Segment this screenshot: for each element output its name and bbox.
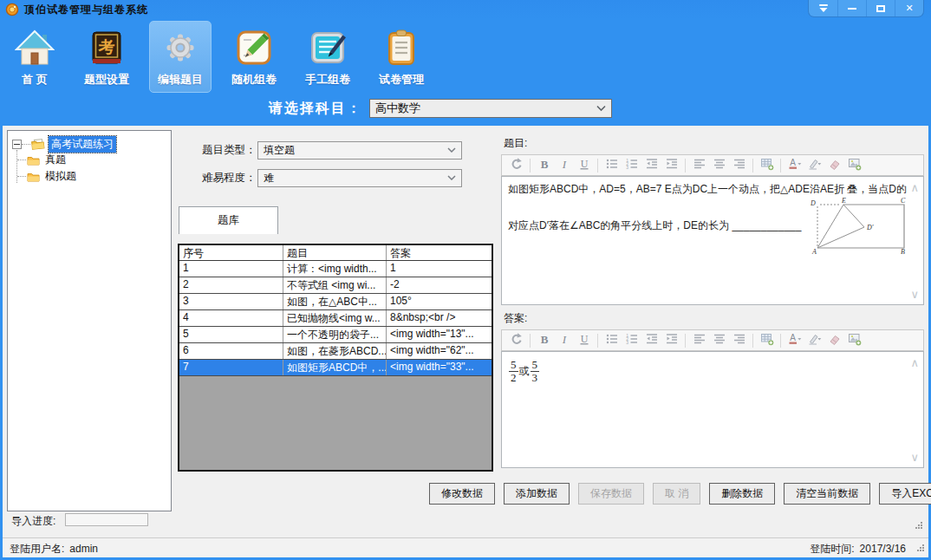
undo-button[interactable]	[506, 332, 526, 349]
add-button[interactable]: 添加数据	[504, 483, 570, 505]
table-row[interactable]: 4已知抛物线<img w...8&nbsp;<br />	[179, 310, 492, 327]
underline-button[interactable]: U	[574, 157, 594, 174]
undo-button[interactable]	[506, 157, 526, 174]
cell-question: 不等式组 <img wi...	[283, 277, 387, 293]
toolbar-item-manual-paper[interactable]: 手工组卷	[296, 21, 359, 93]
close-button[interactable]: ✕	[895, 0, 923, 16]
tree-root-label: 高考试题练习	[49, 136, 116, 153]
scroll-down-icon[interactable]: ∨	[910, 289, 919, 300]
resize-grip[interactable]	[915, 518, 923, 533]
toolbar-separator	[597, 159, 598, 173]
chevron-down-icon	[447, 175, 456, 180]
indent-button[interactable]	[661, 157, 681, 174]
bold-icon: B	[537, 157, 551, 174]
collapse-button[interactable]	[809, 0, 837, 16]
import-excel-button[interactable]: 导入EXCEL	[879, 483, 931, 505]
highlight-button[interactable]	[804, 332, 824, 349]
align-right-button[interactable]	[729, 332, 749, 349]
tree-item-1[interactable]: 真题	[8, 152, 171, 168]
ol-button[interactable]: 123	[622, 157, 641, 174]
align-right-button[interactable]	[729, 157, 749, 174]
maximize-button[interactable]	[866, 0, 895, 16]
ul-button[interactable]	[602, 332, 622, 349]
highlight-button[interactable]	[804, 157, 824, 174]
eraser-button[interactable]	[824, 157, 844, 174]
answer-editor[interactable]: 52 或 53 ∧ ∨	[501, 351, 924, 468]
table-body: 1计算：<img width...12不等式组 <img wi...-23如图，…	[179, 261, 492, 376]
toolbar-item-paper-manage[interactable]: 试卷管理	[370, 21, 433, 93]
eraser-icon	[828, 157, 842, 174]
clear-button[interactable]: 清空当前数据	[784, 483, 870, 505]
scroll-down-icon[interactable]: ∨	[910, 452, 919, 463]
image-button[interactable]	[844, 157, 864, 174]
delete-button[interactable]: 删除数据	[709, 483, 775, 505]
tab-question-bank[interactable]: 题库	[179, 206, 278, 234]
question-editor[interactable]: 如图矩形ABCD中，AD=5，AB=7 E点为DC上一个动点，把△ADE沿AE折…	[501, 176, 924, 305]
toolbar-separator	[530, 159, 531, 173]
italic-button[interactable]: I	[554, 332, 574, 349]
status-time-value: 2017/3/16	[860, 543, 906, 555]
table-empty-area	[179, 376, 492, 470]
toolbar-item-random-paper[interactable]: 随机组卷	[223, 21, 285, 93]
outdent-button[interactable]	[641, 157, 661, 174]
svg-text:A: A	[790, 333, 796, 342]
font-color-button[interactable]: A	[785, 332, 804, 349]
question-figure: D E C D′ A B	[807, 198, 909, 255]
cell-no: 3	[179, 294, 283, 309]
cell-no: 2	[179, 277, 283, 293]
align-center-button[interactable]	[709, 332, 729, 349]
scroll-up-icon[interactable]: ∧	[910, 182, 919, 193]
scroll-up-icon[interactable]: ∧	[910, 357, 919, 368]
cell-question: 如图，在△ABC中...	[283, 294, 387, 309]
difficulty-select[interactable]: 难	[257, 169, 462, 187]
table-button[interactable]	[757, 157, 777, 174]
bold-button[interactable]: B	[534, 332, 554, 349]
table-row[interactable]: 1计算：<img width...1	[179, 261, 492, 277]
ul-button[interactable]	[602, 157, 622, 174]
align-left-button[interactable]	[689, 157, 709, 174]
toolbar-item-question-type[interactable]: 考题型设置	[75, 21, 138, 93]
cell-question: 计算：<img width...	[283, 261, 387, 277]
tree-item-2[interactable]: 模拟题	[8, 168, 171, 185]
table-row[interactable]: 3如图，在△ABC中...105°	[179, 294, 492, 310]
highlight-icon	[808, 332, 822, 349]
svg-text:I: I	[561, 332, 566, 345]
table-row[interactable]: 5一个不透明的袋子...<img width="13"...	[179, 327, 492, 343]
table-icon	[760, 157, 774, 174]
minimize-button[interactable]	[837, 0, 866, 16]
align-left-button[interactable]	[689, 332, 709, 349]
italic-icon: I	[557, 157, 571, 174]
image-button[interactable]	[844, 332, 864, 349]
cell-answer: -2	[387, 277, 492, 293]
toolbar-separator	[685, 159, 686, 173]
tree-root-item[interactable]: 高考试题练习	[8, 136, 171, 152]
subject-select[interactable]: 高中数学	[369, 99, 612, 118]
header-cell: 题目	[283, 245, 387, 260]
table-row[interactable]: 2不等式组 <img wi...-2	[179, 277, 492, 294]
bold-button[interactable]: B	[534, 157, 554, 174]
category-tree: 高考试题练习 真题模拟题	[7, 130, 172, 511]
font-color-button[interactable]: A	[785, 157, 804, 174]
question-type-select[interactable]: 填空题	[257, 141, 462, 160]
align-right-icon	[732, 157, 746, 174]
resize-grip[interactable]	[916, 543, 925, 555]
underline-button[interactable]: U	[574, 332, 594, 349]
align-center-button[interactable]	[709, 157, 729, 174]
outdent-button[interactable]	[641, 332, 661, 349]
table-row[interactable]: 7如图矩形ABCD中，...<img width="33"...	[179, 360, 492, 376]
open-folder-icon	[31, 138, 46, 150]
table-button[interactable]	[757, 332, 777, 349]
cell-no: 4	[179, 310, 283, 326]
modify-button[interactable]: 修改数据	[429, 483, 495, 505]
indent-button[interactable]	[661, 332, 681, 349]
eraser-button[interactable]	[824, 332, 844, 349]
import-progress-label: 导入进度:	[11, 514, 55, 529]
toolbar-item-home[interactable]: 首 页	[5, 21, 64, 93]
italic-button[interactable]: I	[554, 157, 574, 174]
ol-button[interactable]: 123	[622, 332, 641, 349]
toolbar-item-edit-question[interactable]: 编辑题目	[149, 21, 212, 93]
status-user-value: admin	[69, 543, 98, 555]
question-bank-panel: 题目类型： 填空题 难易程度： 难 题库 序号题目答案 1计算：<img wid…	[178, 126, 495, 536]
tree-expander-icon[interactable]	[12, 140, 22, 149]
table-row[interactable]: 6如图，在菱形ABCD...<img width="62"...	[179, 343, 492, 360]
